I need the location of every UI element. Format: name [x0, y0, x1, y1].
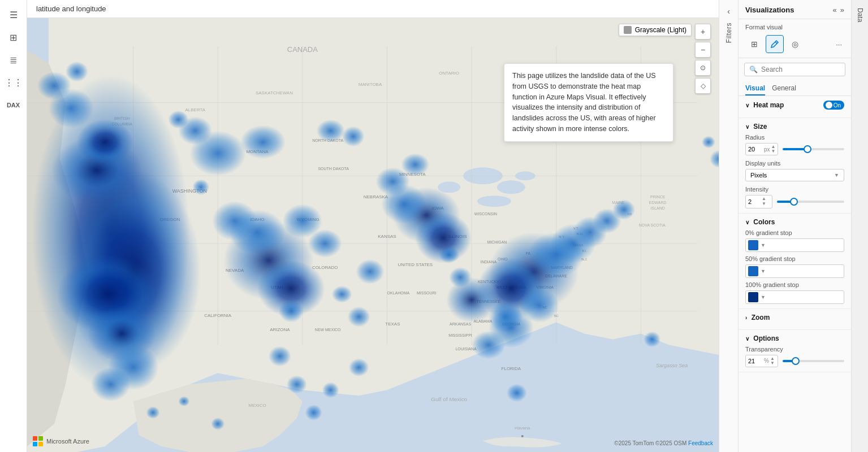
transparency-value[interactable] [748, 358, 764, 364]
filters-label: Filters [725, 23, 733, 43]
size-section: ∨ Size Radius px ▲ ▼ [739, 118, 851, 214]
size-section-header[interactable]: ∨ Size [745, 123, 844, 131]
radius-value[interactable] [748, 146, 764, 153]
radius-label: Radius [745, 134, 844, 141]
colors-title: ∨ Colors [745, 218, 775, 226]
intensity-prop: Intensity ▲ ▼ [745, 186, 844, 208]
intensity-input[interactable]: ▲ ▼ [745, 195, 772, 208]
svg-text:MAINE: MAINE [612, 201, 624, 205]
gradient-0-swatch[interactable]: ▼ [745, 238, 844, 252]
intensity-spinners: ▲ ▼ [762, 197, 766, 207]
svg-text:R.I.: R.I. [582, 249, 587, 253]
viz-search-box[interactable]: 🔍 [744, 63, 845, 76]
svg-text:COLUMBIA: COLUMBIA [111, 122, 132, 126]
svg-text:TEXAS: TEXAS [385, 321, 400, 327]
sidebar-icon-dax[interactable]: DAX [3, 95, 24, 115]
viz-header-icons: « » [833, 6, 844, 14]
filters-collapse-arrow[interactable]: ‹ [725, 5, 732, 18]
radius-input[interactable]: px ▲ ▼ [745, 143, 778, 155]
sidebar-icon-report[interactable]: ⊞ [3, 27, 24, 47]
zoom-title: › Zoom [745, 314, 770, 321]
radius-thumb[interactable] [804, 145, 811, 153]
svg-text:IDAHO: IDAHO [250, 217, 264, 222]
zoom-in-button[interactable]: + [695, 24, 711, 40]
sidebar-icon-menu[interactable]: ☰ [3, 5, 24, 25]
svg-text:N.J.: N.J. [581, 258, 588, 261]
search-icon: 🔍 [749, 66, 758, 73]
svg-text:NEBRASKA: NEBRASKA [364, 194, 388, 199]
options-section-header[interactable]: ∨ Options [745, 334, 844, 342]
zoom-section-header[interactable]: › Zoom [745, 314, 844, 321]
gradient-0-prop: 0% gradient stop ▼ [745, 229, 844, 252]
viz-icon-tab-table[interactable]: ⊞ [745, 35, 763, 53]
map-tooltip-text: This page utilizes the landslide data of… [512, 72, 656, 133]
sidebar-icon-model[interactable]: ⋮⋮ [3, 72, 24, 93]
sq-yellow [38, 442, 43, 446]
svg-text:OHIO: OHIO [498, 257, 508, 261]
intensity-down[interactable]: ▼ [762, 202, 766, 207]
svg-text:ISLAND: ISLAND [651, 206, 665, 210]
heat-map-chevron: ∨ [745, 102, 749, 108]
svg-point-83 [521, 435, 524, 437]
radius-prop: Radius px ▲ ▼ [745, 134, 844, 155]
transparency-down[interactable]: ▼ [770, 361, 775, 366]
heat-map-section-header[interactable]: ∨ Heat map On [745, 101, 844, 110]
page-title-bar: latitude and longitude [27, 0, 719, 18]
viz-collapse-left-icon[interactable]: « [833, 6, 837, 14]
viz-icon-more[interactable]: ··· [834, 38, 844, 51]
zoom-out-button[interactable]: − [695, 42, 711, 58]
transparency-thumb[interactable] [792, 357, 800, 365]
viz-icon-tab-paint[interactable] [766, 35, 784, 53]
sq-blue [33, 442, 37, 446]
svg-text:NC: NC [542, 306, 547, 309]
svg-text:MANITOBA: MANITOBA [359, 82, 382, 87]
svg-text:MINNESOTA: MINNESOTA [399, 172, 426, 177]
svg-text:NOVA SCOTIA: NOVA SCOTIA [639, 223, 666, 227]
compass-button[interactable]: ⊙ [695, 60, 711, 76]
svg-point-2 [497, 180, 525, 194]
viz-icon-tab-analytics[interactable]: ◎ [786, 35, 804, 53]
map-container[interactable]: WASHINGTON OREGON IDAHO WYOMING COLORADO… [27, 18, 719, 452]
gradient-100-swatch[interactable]: ▼ [745, 290, 844, 304]
svg-text:CALIFORNIA: CALIFORNIA [204, 313, 232, 318]
feedback-link[interactable]: Feedback [688, 440, 713, 446]
radius-unit: px [764, 146, 770, 153]
intensity-slider[interactable] [777, 201, 844, 203]
tab-general[interactable]: General [772, 84, 796, 95]
display-units-prop: Display units Pixels ▼ [745, 160, 844, 181]
svg-text:ALBERTA: ALBERTA [185, 107, 206, 112]
style-button[interactable]: ◇ [695, 78, 711, 94]
svg-text:EDWARD: EDWARD [649, 201, 667, 205]
heat-map-toggle[interactable]: On [823, 101, 844, 110]
transparency-slider[interactable] [783, 360, 844, 362]
radius-slider[interactable] [783, 148, 844, 150]
svg-text:V.T.: V.T. [573, 227, 579, 230]
viz-icon-tabs: ⊞ ◎ ··· [739, 33, 851, 58]
svg-text:N.Y.: N.Y. [559, 235, 565, 238]
viz-expand-right-icon[interactable]: » [840, 6, 844, 14]
svg-point-4 [477, 195, 511, 207]
display-units-select[interactable]: Pixels ▼ [745, 169, 844, 181]
svg-text:GEORGIA: GEORGIA [502, 322, 521, 326]
sidebar-icon-data[interactable]: ≣ [3, 50, 24, 70]
intensity-thumb[interactable] [790, 198, 798, 206]
map-controls: + − ⊙ ◇ [695, 24, 711, 94]
svg-text:ILLINOIS: ILLINOIS [448, 234, 467, 239]
svg-text:PA: PA [525, 251, 530, 255]
map-style-badge[interactable]: Grayscale (Light) [619, 24, 692, 36]
gradient-50-color [748, 266, 758, 276]
gradient-100-arrow: ▼ [761, 294, 766, 300]
radius-down[interactable]: ▼ [771, 149, 776, 154]
svg-text:INDIANA: INDIANA [481, 260, 497, 264]
gradient-50-swatch[interactable]: ▼ [745, 264, 844, 278]
svg-text:SC: SC [554, 314, 559, 318]
svg-text:FLORIDA: FLORIDA [502, 366, 521, 371]
colors-section-header[interactable]: ∨ Colors [745, 218, 844, 226]
gradient-100-color [748, 292, 758, 302]
transparency-input[interactable]: % ▲ ▼ [745, 355, 778, 367]
intensity-value[interactable] [748, 198, 762, 205]
tab-visual[interactable]: Visual [745, 84, 765, 95]
map-style-icon [624, 26, 632, 34]
svg-point-3 [438, 181, 460, 193]
search-input[interactable] [761, 66, 846, 73]
